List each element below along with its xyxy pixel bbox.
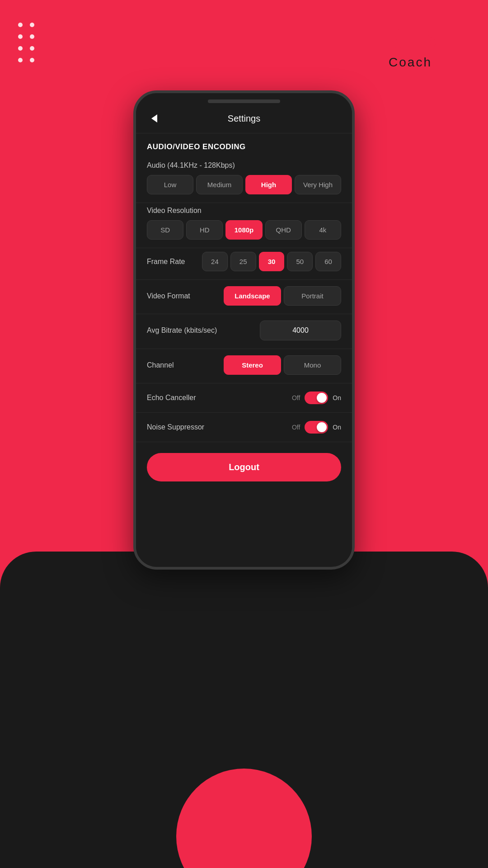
logo-text: TRIBE bbox=[360, 23, 461, 53]
video-resolution-group: SD HD 1080p QHD 4k bbox=[147, 220, 341, 240]
app-screen: Settings AUDIO/VIDEO ENCODING Audio (44.… bbox=[136, 103, 352, 563]
video-resolution-row: Video Resolution SD HD 1080p QHD 4k bbox=[136, 203, 352, 248]
echo-off-label: Off bbox=[292, 394, 300, 401]
brand-logo: TRIBE Coach bbox=[360, 23, 461, 70]
back-chevron-icon bbox=[151, 114, 157, 123]
resolution-4k[interactable]: 4k bbox=[305, 220, 341, 240]
audio-option-high[interactable]: High bbox=[245, 175, 292, 194]
audio-option-very-high[interactable]: Very High bbox=[295, 175, 341, 194]
resolution-qhd[interactable]: QHD bbox=[265, 220, 302, 240]
toggle-knob-noise bbox=[317, 422, 327, 432]
phone-power-button bbox=[353, 184, 355, 220]
avg-bitrate-label: Avg Bitrate (kbits/sec) bbox=[147, 326, 217, 335]
echo-on-label: On bbox=[333, 394, 341, 401]
echo-canceller-toggle-group: Off On bbox=[292, 392, 341, 404]
noise-suppressor-toggle[interactable] bbox=[305, 421, 328, 434]
audio-option-medium[interactable]: Medium bbox=[196, 175, 243, 194]
channel-label: Channel bbox=[147, 361, 174, 369]
settings-header: Settings bbox=[136, 103, 352, 133]
noise-suppressor-toggle-group: Off On bbox=[292, 421, 341, 434]
avg-bitrate-row: Avg Bitrate (kbits/sec) bbox=[136, 314, 352, 349]
page-title: Settings bbox=[161, 113, 327, 124]
phone-notch bbox=[208, 99, 280, 103]
section-title: AUDIO/VIDEO ENCODING bbox=[136, 133, 352, 158]
channel-mono[interactable]: Mono bbox=[284, 355, 341, 375]
resolution-1080p[interactable]: 1080p bbox=[225, 220, 262, 240]
frame-rate-50[interactable]: 50 bbox=[287, 252, 313, 271]
phone-mute-button bbox=[133, 175, 135, 197]
format-landscape[interactable]: Landscape bbox=[224, 286, 281, 306]
audio-option-low[interactable]: Low bbox=[147, 175, 193, 194]
video-resolution-label: Video Resolution bbox=[147, 207, 341, 215]
coach-label: Coach bbox=[360, 55, 461, 70]
noise-suppressor-row: Noise Suppressor Off On bbox=[136, 413, 352, 442]
resolution-hd[interactable]: HD bbox=[186, 220, 223, 240]
channel-row: Channel Stereo Mono bbox=[136, 349, 352, 383]
video-format-group: Landscape Portrait bbox=[224, 286, 341, 306]
echo-canceller-row: Echo Canceller Off On bbox=[136, 383, 352, 413]
frame-rate-group: 24 25 30 50 60 bbox=[202, 252, 341, 271]
channel-stereo[interactable]: Stereo bbox=[224, 355, 281, 375]
audio-setting-row: Audio (44.1KHz - 128Kbps) Low Medium Hig… bbox=[136, 158, 352, 203]
format-portrait[interactable]: Portrait bbox=[284, 286, 341, 306]
frame-rate-30[interactable]: 30 bbox=[259, 252, 285, 271]
video-format-label: Video Format bbox=[147, 292, 190, 300]
resolution-sd[interactable]: SD bbox=[147, 220, 183, 240]
frame-rate-25[interactable]: 25 bbox=[230, 252, 256, 271]
echo-canceller-label: Echo Canceller bbox=[147, 394, 196, 402]
echo-canceller-toggle[interactable] bbox=[305, 392, 328, 404]
channel-group: Stereo Mono bbox=[224, 355, 341, 375]
audio-label: Audio (44.1KHz - 128Kbps) bbox=[147, 161, 341, 170]
frame-rate-label: Frame Rate bbox=[147, 258, 197, 266]
frame-rate-60[interactable]: 60 bbox=[315, 252, 341, 271]
decorative-dots bbox=[18, 23, 36, 64]
back-button[interactable] bbox=[147, 111, 161, 126]
logout-button[interactable]: Logout bbox=[147, 453, 341, 481]
frame-rate-24[interactable]: 24 bbox=[202, 252, 228, 271]
video-format-row: Video Format Landscape Portrait bbox=[136, 280, 352, 314]
frame-rate-inner: Frame Rate 24 25 30 50 60 bbox=[147, 252, 341, 271]
phone-device: Settings AUDIO/VIDEO ENCODING Audio (44.… bbox=[133, 90, 355, 570]
audio-options-group: Low Medium High Very High bbox=[147, 175, 341, 194]
noise-on-label: On bbox=[333, 424, 341, 431]
noise-suppressor-label: Noise Suppressor bbox=[147, 423, 204, 431]
avg-bitrate-input[interactable] bbox=[260, 321, 341, 340]
phone-volume-down-button bbox=[133, 251, 135, 288]
noise-off-label: Off bbox=[292, 424, 300, 431]
toggle-knob bbox=[317, 393, 327, 403]
phone-volume-up-button bbox=[133, 206, 135, 242]
frame-rate-row: Frame Rate 24 25 30 50 60 bbox=[136, 248, 352, 280]
